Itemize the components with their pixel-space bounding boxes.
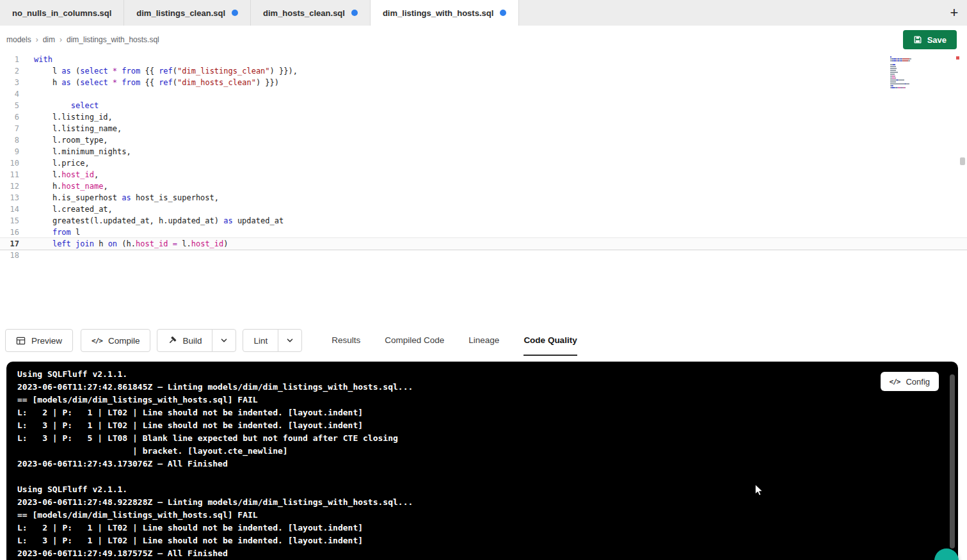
code-line[interactable]: 12 h.host_name,	[0, 180, 967, 192]
code-line[interactable]: 15 greatest(l.updated_at, h.updated_at) …	[0, 215, 967, 227]
line-number: 8	[0, 134, 19, 146]
code-text: h.is_superhost as host_is_superhost,	[34, 192, 219, 204]
code-line[interactable]: 17 left join h on (h.host_id = l.host_id…	[0, 238, 967, 250]
terminal-scrollbar-thumb[interactable]	[950, 374, 955, 548]
code-text: l.listing_name,	[34, 123, 122, 134]
breadcrumb-item[interactable]: models	[6, 35, 31, 44]
code-text: greatest(l.updated_at, h.updated_at) as …	[34, 215, 284, 227]
code-line[interactable]: 10 l.price,	[0, 157, 967, 169]
code-icon: </>	[890, 378, 900, 386]
minimap-line	[890, 83, 936, 84]
save-icon	[913, 35, 922, 44]
terminal-line: L: 2 | P: 1 | LT02 | Line should not be …	[17, 406, 932, 419]
code-line[interactable]: 13 h.is_superhost as host_is_superhost,	[0, 192, 967, 204]
panel-tab-code-quality[interactable]: Code Quality	[523, 325, 577, 356]
terminal-line: 2023-06-06T11:27:43.173076Z — All Finish…	[17, 458, 932, 470]
code-line[interactable]: 1with	[0, 54, 967, 65]
line-number: 7	[0, 123, 19, 134]
lint-button-group: Lint	[243, 329, 302, 352]
editor-minimap[interactable]	[890, 56, 936, 91]
line-number: 15	[0, 215, 19, 227]
terminal-line: == [models/dim/dim_listings_with_hosts.s…	[17, 394, 932, 406]
file-header-bar: models›dim›dim_listings_with_hosts.sql S…	[0, 26, 967, 54]
build-button[interactable]: Build	[157, 329, 212, 352]
dbt-ide-app: no_nulls_in_columns.sqldim_listings_clea…	[0, 0, 967, 560]
code-text: l.host_id,	[34, 169, 99, 180]
code-text: h as (select * from {{ ref("dim_hosts_cl…	[34, 77, 279, 88]
modified-indicator-icon	[500, 10, 506, 16]
minimap-line	[890, 56, 936, 58]
panel-tab-lineage[interactable]: Lineage	[468, 325, 499, 356]
breadcrumb: models›dim›dim_listings_with_hosts.sql	[6, 35, 159, 44]
editor-scrollbar-thumb[interactable]	[960, 157, 965, 165]
code-line[interactable]: 4	[0, 88, 967, 100]
panel-tab-compiled-code[interactable]: Compiled Code	[385, 325, 444, 356]
code-text: from l	[34, 227, 80, 238]
terminal-line: L: 3 | P: 5 | LT08 | Blank line expected…	[17, 432, 932, 445]
editor-tab[interactable]: dim_hosts_clean.sql	[251, 0, 371, 26]
preview-button[interactable]: Preview	[5, 329, 73, 352]
new-tab-button[interactable]: +	[941, 0, 967, 26]
breadcrumb-item[interactable]: dim_listings_with_hosts.sql	[67, 35, 159, 44]
code-line[interactable]: 6 l.listing_id,	[0, 111, 967, 123]
code-line[interactable]: 2 l as (select * from {{ ref("dim_listin…	[0, 65, 967, 77]
line-number: 10	[0, 157, 19, 169]
panel-tab-results[interactable]: Results	[332, 325, 360, 356]
line-number: 16	[0, 227, 19, 238]
breadcrumb-separator: ›	[36, 35, 38, 44]
terminal-line	[17, 470, 932, 483]
line-number: 5	[0, 100, 19, 111]
config-button[interactable]: </> Config	[881, 372, 939, 391]
minimap-line	[890, 79, 936, 81]
code-line[interactable]: 14 l.created_at,	[0, 204, 967, 215]
tab-label: no_nulls_in_columns.sql	[12, 8, 111, 18]
code-text: l.room_type,	[34, 134, 108, 146]
terminal-line: Using SQLFluff v2.1.1.	[17, 483, 932, 496]
minimap-line	[890, 81, 936, 83]
terminal-panel: Using SQLFluff v2.1.1.2023-06-06T11:27:4…	[6, 362, 958, 560]
modified-indicator-icon	[232, 10, 238, 16]
config-button-label: Config	[906, 377, 930, 387]
code-line[interactable]: 18	[0, 250, 967, 261]
tab-label: dim_hosts_clean.sql	[263, 8, 345, 18]
code-line[interactable]: 8 l.room_type,	[0, 134, 967, 146]
line-number: 6	[0, 111, 19, 123]
breadcrumb-item[interactable]: dim	[43, 35, 55, 44]
code-text: l.minimum_nights,	[34, 146, 131, 157]
editor-tab[interactable]: dim_listings_clean.sql	[124, 0, 251, 26]
code-line[interactable]: 7 l.listing_name,	[0, 123, 967, 134]
build-icon	[168, 336, 177, 345]
minimap-line	[890, 58, 936, 60]
preview-icon	[16, 336, 26, 346]
minimap-line	[890, 72, 936, 73]
code-editor[interactable]: 1with2 l as (select * from {{ ref("dim_l…	[0, 54, 967, 325]
minimap-line	[890, 62, 936, 63]
terminal-line: L: 2 | P: 1 | LT02 | Line should not be …	[17, 522, 932, 534]
editor-tab[interactable]: no_nulls_in_columns.sql	[0, 0, 124, 26]
lint-dropdown-button[interactable]	[278, 329, 302, 352]
chevron-down-icon	[220, 337, 228, 344]
code-line[interactable]: 3 h as (select * from {{ ref("dim_hosts_…	[0, 77, 967, 88]
lint-button-label: Lint	[253, 336, 268, 346]
code-line[interactable]: 9 l.minimum_nights,	[0, 146, 967, 157]
editor-tabs: no_nulls_in_columns.sqldim_listings_clea…	[0, 0, 519, 26]
terminal-line: | bracket. [layout.cte_newline]	[17, 445, 932, 458]
code-line[interactable]: 16 from l	[0, 227, 967, 238]
save-button-label: Save	[927, 35, 947, 45]
result-panel-tabs: ResultsCompiled CodeLineageCode Quality	[332, 325, 577, 356]
compile-button[interactable]: </> Compile	[81, 329, 150, 352]
save-button[interactable]: Save	[903, 30, 957, 49]
minimap-line	[890, 85, 936, 86]
lint-button[interactable]: Lint	[243, 329, 278, 352]
minimap-line	[890, 60, 936, 61]
tab-label: dim_listings_clean.sql	[136, 8, 225, 18]
minimap-line	[890, 68, 936, 69]
code-line[interactable]: 5 select	[0, 100, 967, 111]
terminal-line: L: 3 | P: 1 | LT02 | Line should not be …	[17, 534, 932, 547]
editor-tab[interactable]: dim_listings_with_hosts.sql	[371, 0, 519, 26]
build-dropdown-button[interactable]	[212, 329, 236, 352]
code-text: l as (select * from {{ ref("dim_listings…	[34, 65, 298, 77]
code-line[interactable]: 11 l.host_id,	[0, 169, 967, 180]
line-number: 9	[0, 146, 19, 157]
terminal-line: 2023-06-06T11:27:48.922828Z — Linting mo…	[17, 496, 932, 509]
